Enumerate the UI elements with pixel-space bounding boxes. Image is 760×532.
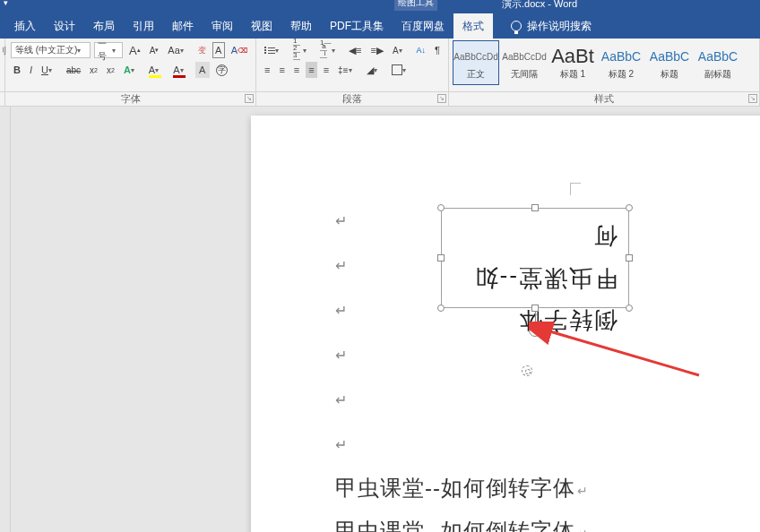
text-content: 甲虫课堂--如何倒转字体 [335,476,575,500]
style-preview: AaBbC [650,45,689,68]
enclosed-char-button[interactable]: 字 [213,62,230,78]
tab-pdf-tools[interactable]: PDF工具集 [321,13,393,39]
font-name-value: 等线 (中文正文) [15,44,77,56]
font-size-value: 一号 [98,38,112,63]
tab-format[interactable]: 格式 [453,13,493,39]
italic-button[interactable]: I [27,62,35,78]
text-effects-button[interactable]: A▾ [121,62,142,78]
shading-button[interactable]: ◢▾ [364,62,385,78]
tell-me-placeholder: 操作说明搜索 [527,19,592,34]
style-no-spacing[interactable]: AaBbCcDd 无间隔 [501,40,548,85]
text-box[interactable]: 倒转字体 甲虫课堂--如何 ⟲ [441,208,629,308]
align-left-icon: ≡ [264,69,270,72]
paragraph-group-label: 段落↘ [256,92,449,106]
resize-handle-sw[interactable] [437,305,445,312]
distribute-button[interactable]: ≡ [321,62,332,78]
tab-help[interactable]: 帮助 [281,13,321,39]
paragraph-mark: ↵ [335,436,347,453]
change-case-button[interactable]: Aa▾ [165,42,191,58]
resize-handle-ne[interactable] [626,204,633,211]
subscript-button[interactable]: x2 [87,62,100,78]
align-left-button[interactable]: ≡ [262,62,272,78]
styles-group: AaBbCcDd 正文 AaBbCcDd 无间隔 AaBt 标题 1 AaBbC… [449,39,760,91]
tab-mailings[interactable]: 邮件 [163,13,203,39]
style-subtitle[interactable]: AaBbC 副标题 [695,40,741,85]
tab-insert[interactable]: 插入 [5,13,45,39]
resize-handle-nw[interactable] [437,204,445,211]
document-text-line[interactable]: 甲中课堂--如何倒转字体↵ [335,517,589,532]
superscript-button[interactable]: x2 [104,62,117,78]
borders-button[interactable]: ▾ [389,62,414,78]
tab-references[interactable]: 引用 [124,13,163,39]
styles-gallery[interactable]: AaBbCcDd 正文 AaBbCcDd 无间隔 AaBt 标题 1 AaBbC… [449,39,759,87]
resize-handle-n[interactable] [531,204,539,211]
style-normal[interactable]: AaBbCcDd 正文 [453,40,499,85]
vertical-ruler[interactable] [0,107,11,532]
style-heading-1[interactable]: AaBt 标题 1 [549,40,596,85]
dialog-launcher-icon[interactable]: ↘ [245,94,254,103]
tab-review[interactable]: 审阅 [203,13,242,39]
quick-access-toolbar: ▾ [4,0,13,7]
clear-formatting-button[interactable]: A⌫ [229,42,250,58]
chevron-down-icon: ▾ [77,47,86,55]
paragraph-mark: ↵ [335,347,347,364]
tell-me-search[interactable]: 操作说明搜索 [511,19,592,34]
font-name-combo[interactable]: 等线 (中文正文)▾ [11,42,91,58]
document-area[interactable]: ↵ ↵ ↵ ↵ ↵ ↵ 倒转字体 甲虫课堂--如何 ⟲ [0,107,760,532]
lightbulb-icon [511,21,522,31]
phonetic-guide-button[interactable]: 变 [195,42,209,58]
rotation-handle[interactable]: ⟲ [529,324,541,337]
distribute-icon: ≡ [324,64,329,75]
style-name-label: 正文 [467,68,485,81]
tab-design[interactable]: 设计 [45,13,84,39]
style-preview: AaBbCcDd [502,45,546,68]
styles-group-label: 样式↘ [449,92,760,106]
bullets-button[interactable]: ▾ [262,42,287,58]
resize-handle-e[interactable] [626,254,633,262]
char-border-button[interactable]: A [212,42,225,58]
grow-font-button[interactable]: A▴ [126,42,143,58]
dialog-launcher-icon[interactable]: ↘ [437,94,446,103]
borders-icon [392,64,402,75]
resize-handle-w[interactable] [437,254,445,262]
document-text-line[interactable]: 甲虫课堂--如何倒转字体↵ [335,474,589,502]
style-preview: AaBbC [698,45,738,68]
justify-icon: ≡ [308,64,314,75]
numbering-button[interactable]: 1—2—3—▾ [290,42,314,58]
style-title[interactable]: AaBbC 标题 [646,40,693,85]
font-size-combo[interactable]: 一号▾ [94,42,123,58]
tab-view[interactable]: 视图 [242,13,281,39]
ribbon-tabs: 插入 设计 布局 引用 邮件 审阅 视图 帮助 PDF工具集 百度网盘 格式 操… [0,13,760,39]
align-right-button[interactable]: ≡ [291,62,302,78]
font-group-label: 字体↘ [5,92,256,106]
bold-button[interactable]: B [11,62,23,78]
resize-handle-s[interactable] [531,305,539,312]
align-center-icon: ≡ [279,64,284,75]
resize-handle-se[interactable] [626,305,633,312]
strikethrough-button[interactable]: abc [64,62,83,78]
sort-button[interactable]: A↓ [414,42,429,58]
decrease-indent-button[interactable]: ◀≡ [346,42,364,58]
font-color-button[interactable]: A▾ [170,62,191,78]
underline-button[interactable]: U▾ [39,62,60,78]
document-title: 演示.docx - Word [502,0,577,11]
style-heading-2[interactable]: AaBbC 标题 2 [598,40,644,85]
align-center-button[interactable]: ≡ [276,62,287,78]
asian-layout-button[interactable]: A▾ [390,42,410,58]
style-name-label: 无间隔 [511,68,538,81]
tab-layout[interactable]: 布局 [84,13,124,39]
tab-baidu-netdisk[interactable]: 百度网盘 [393,13,453,39]
highlight-button[interactable]: A▾ [146,62,167,78]
shrink-font-button[interactable]: A▾ [147,42,162,58]
multilevel-list-button[interactable]: 1— a— i—▾ [317,42,342,58]
qat-dropdown-icon[interactable]: ▾ [4,0,13,7]
increase-indent-button[interactable]: ≡▶ [367,42,385,58]
char-shading-button[interactable]: A [195,62,210,78]
line-spacing-button[interactable]: ‡≡▾ [335,62,359,78]
show-hide-marks-button[interactable]: ¶ [432,42,443,58]
document-page[interactable]: ↵ ↵ ↵ ↵ ↵ ↵ 倒转字体 甲虫课堂--如何 ⟲ [251,116,760,532]
justify-button[interactable]: ≡ [306,62,316,78]
dialog-launcher-icon[interactable]: ↘ [748,94,757,103]
rotation-stem [535,312,536,324]
style-preview: AaBbC [601,45,641,68]
